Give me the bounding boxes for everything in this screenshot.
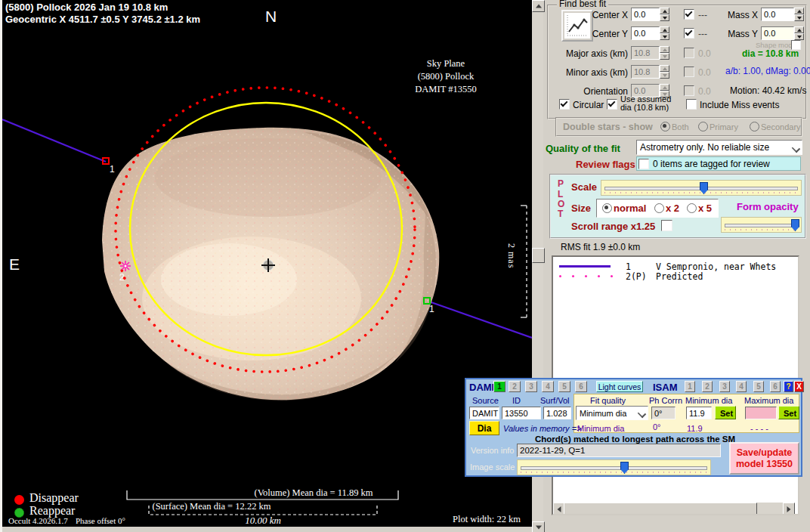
app-version: Occult 4.2026.1.7 xyxy=(8,516,68,525)
set-max-dia-button[interactable]: Set xyxy=(778,406,799,419)
mass-y-input[interactable]: 0.0 xyxy=(761,26,794,40)
scale-slider-thumb[interactable] xyxy=(700,182,708,194)
scroll-right-button[interactable] xyxy=(783,503,795,515)
predicted-marker xyxy=(120,261,131,271)
damit-tab-6[interactable]: 6 xyxy=(575,381,587,392)
chord-list-row[interactable]: 2(P) Predicted xyxy=(553,271,798,282)
review-flags-checkbox[interactable] xyxy=(638,159,649,169)
phase-offset: Phase offset 0° xyxy=(76,516,125,525)
mass-y-spinner[interactable] xyxy=(794,26,804,40)
quality-of-fit-value: Astrometry only. No reliable size xyxy=(640,142,769,153)
scroll-range-checkbox[interactable] xyxy=(661,220,672,231)
damit-panel: DAMIT 1 2 3 4 5 6 Light curves ISAM 1 2 … xyxy=(465,378,802,477)
chord1-start-label: 1 xyxy=(110,164,115,175)
mem-max-dia: - - - - xyxy=(750,424,768,433)
damit-tab-3[interactable]: 3 xyxy=(525,381,537,392)
version-info-label: Version info xyxy=(471,446,514,455)
isam-tab-5[interactable]: 5 xyxy=(753,381,764,392)
id-field[interactable]: 13550 xyxy=(502,407,541,419)
sky-plane-canvas[interactable]: (5800) Pollock 2026 Jan 19 10.8 km Geoce… xyxy=(2,0,532,527)
isam-tab-3[interactable]: 3 xyxy=(719,381,730,392)
center-y-input[interactable]: 0.0 xyxy=(631,26,660,40)
size-x5-radio[interactable] xyxy=(687,203,697,213)
circular-checkbox[interactable] xyxy=(559,99,570,110)
east-label: E xyxy=(9,255,20,274)
center-y-spinner[interactable] xyxy=(660,26,669,40)
size-x2-label: x 2 xyxy=(666,203,679,214)
sky-plane-line2: (5800) Pollock xyxy=(370,70,521,83)
version-info-field[interactable]: 2022-11-29, Q=1 xyxy=(517,444,721,457)
form-opacity-slider-thumb[interactable] xyxy=(791,219,799,231)
major-axis-err: 0.0 xyxy=(698,48,711,59)
volume-dia-label: (Volume) Mean dia = 11.89 km xyxy=(238,487,389,499)
help-button[interactable]: ? xyxy=(784,381,793,392)
ph-corr-field[interactable]: 0° xyxy=(651,407,676,419)
circular-label: Circular xyxy=(573,100,604,110)
set-min-dia-button[interactable]: Set xyxy=(715,406,736,419)
disappear-label: Disappear xyxy=(29,491,79,505)
isam-tab-2[interactable]: 2 xyxy=(702,381,713,392)
surface-dia-label: (Surface) Mean dia = 12.22 km xyxy=(136,501,287,512)
plot-letter-p: P xyxy=(558,179,564,189)
double-stars-label: Double stars - show xyxy=(563,122,653,132)
min-dia-header: Minimum dia xyxy=(685,396,732,405)
source-header: Source xyxy=(472,396,499,405)
mass-y-label: Mass Y xyxy=(723,29,758,39)
surfvol-field[interactable]: 1.028 xyxy=(543,407,571,419)
center-x-input[interactable]: 0.0 xyxy=(631,8,660,21)
max-dia-header: Maximum dia xyxy=(744,396,793,405)
mas-scale-label: 2 mas xyxy=(505,243,517,268)
horizontal-scrollbar[interactable] xyxy=(553,503,795,514)
rms-fit-readout: RMS fit 1.9 ±0.0 km xyxy=(561,242,640,252)
damit-tab-1[interactable]: 1 xyxy=(493,381,505,392)
form-opacity-slider[interactable] xyxy=(721,217,802,233)
chord-list-row[interactable]: 1 V Sempronio, near Whets xyxy=(553,261,798,272)
center-y-checkbox[interactable] xyxy=(684,28,694,39)
mem-ph-corr: 0° xyxy=(653,422,661,431)
quality-of-fit-select[interactable]: Astrometry only. No reliable size xyxy=(636,140,802,155)
image-scale-slider-thumb[interactable] xyxy=(620,462,629,474)
mass-x-spinner[interactable] xyxy=(794,8,804,21)
max-dia-field[interactable] xyxy=(745,407,777,419)
include-miss-events-checkbox[interactable] xyxy=(686,99,697,110)
damit-tab-5[interactable]: 5 xyxy=(558,381,570,392)
save-update-line2: model 13550 xyxy=(731,459,798,470)
center-x-checkbox[interactable] xyxy=(684,9,694,20)
center-x-label: Center X xyxy=(573,10,628,20)
hscrollbar-thumb[interactable] xyxy=(564,503,757,515)
chord2-label: 2 xyxy=(119,272,125,283)
center-x-spinner[interactable] xyxy=(660,8,669,21)
primary-label: Primary xyxy=(710,122,738,131)
image-scale-label: Image scale xyxy=(470,462,515,472)
minor-axis-input: 10.8 xyxy=(631,65,660,79)
dia-button[interactable]: Dia xyxy=(469,421,499,435)
damit-tab-4[interactable]: 4 xyxy=(542,381,554,392)
both-label: Both xyxy=(672,122,689,131)
isam-tab-4[interactable]: 4 xyxy=(736,381,747,392)
isam-tab-1[interactable]: 1 xyxy=(685,381,695,392)
surfvol-header: Surf/Vol xyxy=(540,396,570,405)
min-dia-field[interactable]: 11.9 xyxy=(686,407,712,419)
size-x2-radio[interactable] xyxy=(654,203,664,213)
values-in-memory-label: Values in memory => xyxy=(503,424,582,433)
save-update-button[interactable]: Save/update model 13550 xyxy=(729,442,799,475)
id-header: ID xyxy=(512,396,521,405)
mem-fit-quality: Minimum dia xyxy=(577,424,624,433)
damit-tab-2[interactable]: 2 xyxy=(509,381,521,392)
chord-name: Predicted xyxy=(656,271,703,282)
orientation-err: 0.0 xyxy=(698,86,711,97)
dia-readout: dia = 10.8 km xyxy=(742,48,799,59)
scale-slider[interactable] xyxy=(601,180,802,196)
image-scale-slider[interactable] xyxy=(517,459,711,475)
center-y-label: Center Y xyxy=(573,29,628,39)
use-assumed-dia-checkbox[interactable] xyxy=(607,99,617,110)
mass-x-input[interactable]: 0.0 xyxy=(761,8,794,21)
canvas-geocentric: Geocentric X 4511.7 ±0.5 Y 3745.2 ±1.2 k… xyxy=(5,14,200,25)
size-normal-radio[interactable] xyxy=(602,203,612,213)
light-curves-button[interactable]: Light curves xyxy=(596,381,643,392)
close-button[interactable]: X xyxy=(794,381,804,392)
source-field[interactable]: DAMIT xyxy=(469,407,499,419)
north-label: N xyxy=(265,8,277,26)
isam-tab-6[interactable]: 6 xyxy=(770,381,781,392)
fit-quality-select[interactable]: Minimum dia xyxy=(576,406,648,420)
